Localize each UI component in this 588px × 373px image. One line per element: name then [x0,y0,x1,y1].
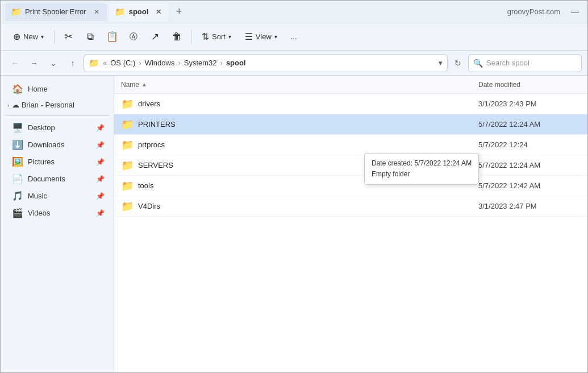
sep2 [191,30,191,44]
tab-spool[interactable]: 📁 spool ✕ [109,3,169,21]
address-dropdown[interactable]: ▾ [439,59,443,67]
sidebar-item-desktop[interactable]: 🖥️ Desktop 📌 [3,119,111,136]
brian-label: Brian - Personal [22,101,74,109]
view-icon: ☰ [245,31,253,42]
pin-videos: 📌 [96,209,105,217]
sidebar: 🏠 Home › ☁ Brian - Personal 🖥️ Desktop 📌… [1,76,114,373]
downloads-icon: ⬇️ [12,139,23,150]
sort-dropdown-icon: ▾ [228,34,231,40]
sep-3: › [220,59,223,67]
folder-icon-prtprocs: 📁 [121,139,134,151]
breadcrumb-osc[interactable]: OS (C:) [110,59,135,67]
new-icon: ⊕ [13,31,20,42]
sort-button[interactable]: ⇅ Sort ▾ [196,27,237,47]
file-date-servers: 5/7/2022 12:24 AM [478,161,581,169]
file-name-printers: PRINTERS [138,120,478,129]
tab2-label: spool [129,7,149,16]
tab1-close[interactable]: ✕ [92,7,101,16]
refresh-button[interactable]: ↻ [450,55,466,71]
folder-icon-drivers: 📁 [121,98,134,110]
sidebar-item-videos[interactable]: 🎬 Videos 📌 [3,205,111,221]
view-dropdown-icon: ▾ [274,34,277,40]
file-header: Name ▲ Date modified [114,76,587,94]
tab-print-spooler[interactable]: 📁 Print Spooler Error ✕ [5,3,107,21]
sort-arrow: ▲ [141,81,147,88]
file-name-drivers: drivers [138,100,478,108]
col-date-label: Date modified [478,81,520,89]
breadcrumb-windows[interactable]: Windows [145,59,175,67]
desktop-icon: 🖥️ [12,122,23,133]
tab2-close[interactable]: ✕ [154,7,163,16]
sidebar-item-downloads[interactable]: ⬇️ Downloads 📌 [3,136,111,153]
pictures-label: Pictures [28,158,55,166]
folder-icon-printers: 📁 [121,118,134,131]
file-row-tools[interactable]: 📁 tools 5/7/2022 12:42 AM [114,176,587,196]
sidebar-item-documents[interactable]: 📄 Documents 📌 [3,171,111,187]
sidebar-item-pictures[interactable]: 🖼️ Pictures 📌 [3,154,111,170]
cut-button[interactable]: ✂ [59,27,78,47]
toolbar: ⊕ New ▾ ✂ ⧉ 📋 Ⓐ ↗ 🗑 ⇅ Sort ▾ ☰ View ▾ ..… [1,23,587,51]
view-label: View [256,32,272,41]
folder-icon-tools: 📁 [121,180,134,192]
file-row-v4dirs[interactable]: 📁 V4Dirs 3/1/2023 2:47 PM [114,196,587,217]
more-button[interactable]: ... [285,27,303,47]
back-button[interactable]: ← [6,55,23,72]
pin-documents: 📌 [96,175,105,183]
music-icon: 🎵 [12,190,23,201]
expand-button[interactable]: ⌄ [45,55,62,72]
delete-button[interactable]: 🗑 [167,27,186,47]
address-bar[interactable]: 📁 « OS (C:) › Windows › System32 › spool… [84,54,448,72]
pin-downloads: 📌 [96,141,105,149]
file-name-prtprocs: prtprocs [138,140,478,149]
expand-arrow-brian: › [7,102,10,109]
file-area: Name ▲ Date modified 📁 drivers 3/1/2023 … [114,76,587,373]
videos-icon: 🎬 [12,208,23,218]
file-row-prtprocs[interactable]: 📁 prtprocs 5/7/2022 12:24 [114,135,587,155]
sidebar-item-home[interactable]: 🏠 Home [3,81,111,97]
desktop-label: Desktop [28,123,55,132]
site-label: groovyPost.com [507,7,560,16]
paste-button[interactable]: 📋 [102,27,122,47]
add-tab-button[interactable]: + [171,4,187,20]
home-icon: 🏠 [12,84,23,94]
copy-button[interactable]: ⧉ [81,27,100,47]
sort-icon: ⇅ [202,31,209,42]
folder-icon-servers: 📁 [121,159,134,172]
tab1-label: Print Spooler Error [25,7,86,16]
sep-2: › [178,59,180,67]
file-row-drivers[interactable]: 📁 drivers 3/1/2023 2:43 PM [114,94,587,114]
file-name-v4dirs: V4Dirs [138,202,478,210]
tab2-folder-icon: 📁 [115,7,126,17]
folder-icon-v4dirs: 📁 [121,200,134,213]
pin-desktop: 📌 [96,124,105,132]
sort-label: Sort [212,32,226,41]
minimize-button[interactable]: — [567,4,583,20]
search-icon: 🔍 [473,59,483,68]
forward-button[interactable]: → [26,55,43,72]
documents-icon: 📄 [12,173,23,184]
breadcrumb-spool[interactable]: spool [226,59,246,67]
sidebar-item-brian[interactable]: › ☁ Brian - Personal [3,98,111,112]
search-box[interactable]: 🔍 Search spool [468,54,582,72]
breadcrumb-system32[interactable]: System32 [184,59,217,67]
file-date-v4dirs: 3/1/2023 2:47 PM [478,202,581,210]
address-folder-icon: 📁 [89,58,99,68]
rename-button[interactable]: Ⓐ [124,27,143,47]
col-name-header[interactable]: Name ▲ [121,81,478,89]
up-button[interactable]: ↑ [64,55,81,72]
sidebar-item-music[interactable]: 🎵 Music 📌 [3,188,111,204]
documents-label: Documents [28,175,65,183]
pin-pictures: 📌 [96,158,105,166]
file-row-servers[interactable]: 📁 SERVERS 5/7/2022 12:24 AM [114,155,587,176]
tab1-folder-icon: 📁 [11,7,22,17]
pin-music: 📌 [96,192,105,200]
view-button[interactable]: ☰ View ▾ [239,27,283,47]
file-name-tools: tools [138,181,478,190]
col-date-header[interactable]: Date modified [478,81,581,89]
new-dropdown-icon: ▾ [41,34,44,40]
share-button[interactable]: ↗ [145,27,165,47]
file-row-printers[interactable]: 📁 PRINTERS 5/7/2022 12:24 AM Date create… [114,114,587,135]
sidebar-divider [5,115,109,116]
new-button[interactable]: ⊕ New ▾ [7,27,49,47]
file-date-drivers: 3/1/2023 2:43 PM [478,100,581,108]
